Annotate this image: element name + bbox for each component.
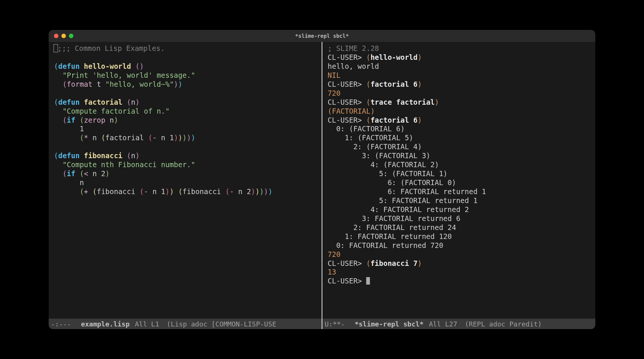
repl-output: hello, world (328, 62, 379, 70)
repl-cursor[interactable] (366, 277, 370, 285)
repl-input: factorial (370, 80, 409, 88)
titlebar[interactable]: *slime-repl sbcl* (49, 30, 595, 42)
params: () (135, 62, 144, 70)
traffic-lights (49, 34, 73, 38)
defun-keyword: defun (58, 151, 79, 160)
repl-prompt: CL-USER> (328, 53, 362, 61)
repl-input: fibonacci (370, 259, 409, 267)
modeline-mode: (REPL adoc Paredit) (465, 320, 542, 328)
args: n (105, 116, 114, 124)
repl-result: 13 (328, 268, 336, 276)
trace-line: 4: FACTORIAL returned 2 (328, 205, 469, 214)
repl-input: factorial (370, 116, 409, 124)
comment: ;;; Common Lisp Examples. (58, 44, 165, 52)
args: t (92, 80, 105, 88)
builtin: - (144, 187, 148, 196)
args: n 2 (88, 169, 106, 178)
repl-prompt: CL-USER> (328, 277, 362, 285)
trace-line: 3: FACTORIAL returned 6 (328, 214, 461, 223)
args: n 1 (157, 134, 174, 142)
modeline-mode: (Lisp adoc [COMMON-LISP-USE (167, 320, 276, 328)
modeline-status: -:--- (51, 320, 71, 328)
literal: n (80, 178, 84, 187)
paren: ) (135, 151, 139, 160)
paren: ( (127, 98, 131, 106)
builtin: < (84, 169, 88, 178)
modeline-pos: All L1 (135, 320, 159, 328)
repl-prompt: CL-USER> (328, 259, 362, 267)
trace-line: 6: FACTORIAL returned 1 (328, 187, 486, 196)
source-pane: ;;; Common Lisp Examples. (defun hello-w… (49, 42, 322, 329)
modeline-right[interactable]: U:**-*slime-repl sbcl*All L27(REPL adoc … (322, 319, 595, 329)
trace-line: 2: (FACTORIAL 4) (328, 142, 422, 151)
params: n (131, 98, 135, 106)
defun-keyword: defun (58, 98, 79, 106)
zoom-icon[interactable] (69, 34, 73, 38)
repl-input: hello-world (370, 53, 417, 61)
fn-name: hello-world (84, 62, 131, 70)
trace-line: 1: FACTORIAL returned 120 (328, 232, 452, 240)
args: n 2 (234, 187, 251, 196)
modeline-status: U:**- (325, 320, 345, 328)
builtin: zerop (84, 116, 105, 124)
trace-line: 4: (FACTORIAL 2) (328, 160, 439, 169)
trace-line: 2: FACTORIAL returned 24 (328, 223, 456, 231)
trace-line: 3: (FACTORIAL 3) (328, 151, 431, 160)
builtin: format (67, 80, 92, 88)
repl-input: 7 (409, 259, 417, 267)
string: "hello, world~%" (105, 80, 174, 88)
repl-input: trace (370, 98, 392, 106)
repl-buffer[interactable]: ; SLIME 2.28 CL-USER> (hello-world) hell… (322, 42, 595, 319)
paren: ( (127, 151, 131, 160)
builtin: * (84, 134, 88, 142)
repl-result: NIL (328, 71, 340, 79)
repl-input: 6 (409, 80, 417, 88)
window-title: *slime-repl sbcl* (49, 33, 595, 39)
repl-result: 720 (328, 250, 340, 258)
trace-line: 6: (FACTORIAL 0) (328, 178, 456, 187)
fn-name: fibonacci (84, 151, 122, 160)
builtin: - (152, 134, 157, 142)
docstring: "Compute nth Fibonacci number." (63, 160, 195, 169)
repl-banner: ; SLIME 2.28 (328, 44, 379, 52)
keyword: if (67, 116, 75, 124)
trace-line: 1: (FACTORIAL 5) (328, 134, 413, 142)
emacs-window: *slime-repl sbcl* ;;; Common Lisp Exampl… (49, 30, 595, 329)
modeline-file: *slime-repl sbcl* (355, 320, 423, 328)
repl-prompt: CL-USER> (328, 116, 362, 124)
call: factorial (105, 134, 144, 142)
params: n (131, 151, 135, 160)
literal: 1 (80, 125, 84, 133)
modeline-left[interactable]: -:---example.lispAll L1(Lisp adoc [COMMO… (49, 319, 322, 329)
call: fibonacci (182, 187, 221, 196)
minimize-icon[interactable] (61, 34, 66, 38)
trace-line: 0: FACTORIAL returned 720 (328, 241, 443, 249)
close-icon[interactable] (54, 34, 58, 38)
docstring: "Compute factorial of n." (63, 107, 170, 115)
args: n (88, 134, 101, 142)
builtin: + (84, 187, 88, 196)
fn-name: factorial (84, 98, 122, 106)
paren: ) (135, 98, 139, 106)
repl-prompt: CL-USER> (328, 80, 362, 88)
repl-result: (FACTORIAL) (328, 107, 375, 115)
trace-line: 5: FACTORIAL returned 1 (328, 196, 477, 205)
repl-input: factorial (392, 98, 435, 106)
split-panes: ;;; Common Lisp Examples. (defun hello-w… (49, 42, 595, 329)
defun-keyword: defun (58, 62, 79, 70)
call: fibonacci (97, 187, 135, 196)
trace-line: 5: (FACTORIAL 1) (328, 169, 447, 178)
repl-input: 6 (409, 116, 417, 124)
trace-line: 0: (FACTORIAL 6) (328, 125, 405, 133)
keyword: if (67, 169, 75, 178)
repl-prompt: CL-USER> (328, 98, 362, 106)
source-buffer[interactable]: ;;; Common Lisp Examples. (defun hello-w… (49, 42, 322, 319)
args: n 1 (148, 187, 165, 196)
docstring: "Print 'hello, world' message." (63, 71, 195, 79)
builtin: - (230, 187, 234, 196)
modeline-pos: All L27 (429, 320, 457, 328)
repl-pane: ; SLIME 2.28 CL-USER> (hello-world) hell… (322, 42, 595, 329)
modeline-file: example.lisp (81, 320, 130, 328)
repl-result: 720 (328, 89, 340, 97)
point-cursor (54, 45, 58, 52)
